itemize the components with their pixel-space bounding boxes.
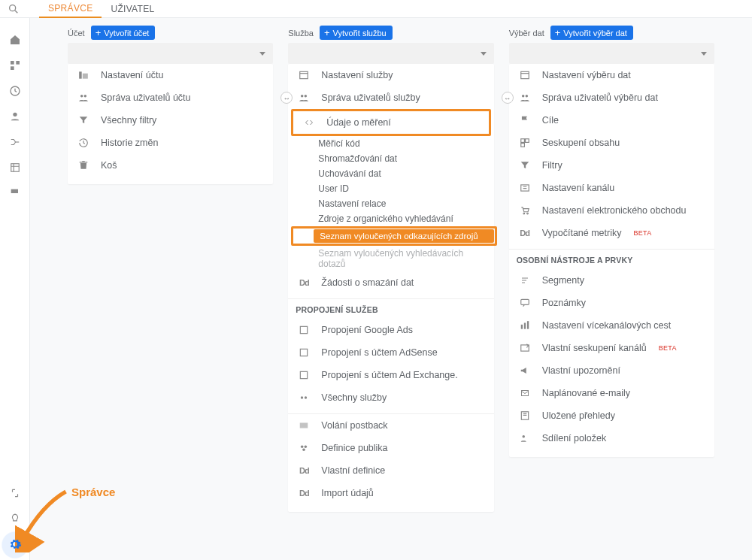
svg-point-40 [522,435,525,438]
svg-rect-7 [11,164,19,172]
realtime-icon[interactable] [8,84,22,98]
svg-point-10 [80,95,83,98]
deletion-requests-item[interactable]: DdŽádosti o smazání dat [288,271,493,294]
svg-line-1 [15,11,17,13]
custom-channel-icon [517,342,533,354]
search-icon[interactable] [8,3,20,15]
audience-icon[interactable] [8,110,22,123]
tab-user[interactable]: UŽIVATEL [102,0,163,17]
share-assets-item[interactable]: Sdílení položek [509,427,714,450]
svg-rect-36 [527,321,529,329]
svg-rect-27 [520,139,524,143]
all-products-item[interactable]: Všechny služby [288,386,493,409]
carry-dot[interactable]: ↔ [502,92,514,104]
view-users-item[interactable]: Správa uživatelů výběru dat [509,86,714,109]
audience-def-item[interactable]: Definice publika [288,437,493,459]
ecommerce-settings-item[interactable]: Nastavení elektronického obchodu [509,199,714,222]
email-icon [517,387,533,399]
share-icon [517,432,533,444]
account-settings-item[interactable]: Nastavení účtu [68,64,273,86]
svg-rect-18 [301,396,303,398]
tracking-code[interactable]: Měřicí kód [312,136,493,151]
account-selector[interactable] [68,43,273,64]
account-filters-item[interactable]: Všechny filtry [68,109,273,132]
content-grouping-item[interactable]: Seskupení obsahu [509,132,714,154]
scheduled-emails-item[interactable]: Naplánované e-maily [509,382,714,404]
discover-icon[interactable] [8,512,22,525]
channel-settings-item[interactable]: Nastavení kanálu [509,177,714,199]
user-id[interactable]: User ID [312,181,493,196]
svg-point-6 [13,113,17,117]
plus-icon: + [96,28,102,38]
calc-metrics-item[interactable]: DdVypočítané metrikyBETA [509,222,714,244]
svg-rect-33 [520,299,529,304]
annotations-item[interactable]: Poznámky [509,292,714,314]
svg-point-14 [305,95,308,98]
referral-exclusion-highlight: Seznam vyloučených odkazujících zdrojů [291,226,496,246]
attribution-icon[interactable] [8,486,22,500]
create-account-button[interactable]: +Vytvořit účet [91,26,156,40]
create-property-button[interactable]: +Vytvořit službu [320,26,393,40]
account-users-item[interactable]: Správa uživatelů účtu [68,86,273,109]
create-view-button[interactable]: +Vytvořit výběr dat [550,26,633,40]
view-settings-item[interactable]: Nastavení výběru dat [509,64,714,86]
multichannel-item[interactable]: Nastavení vícekanálových cest [509,314,714,337]
organic-sources[interactable]: Zdroje z organického vyhledávání [312,211,493,226]
beta-badge: BETA [634,229,652,237]
home-icon[interactable] [8,33,22,47]
link-icon [296,392,312,404]
svg-rect-29 [520,144,524,147]
goals-item[interactable]: Cíle [509,109,714,132]
search-term-exclusion[interactable]: Seznam vyloučených vyhledávacích dotazů [312,246,493,271]
data-import-item[interactable]: DdImport údajů [288,482,493,504]
account-trash-item[interactable]: Koš [68,154,273,177]
data-collection[interactable]: Shromažďování dat [312,151,493,166]
svg-point-31 [523,213,525,214]
svg-rect-34 [520,325,522,329]
settings-icon [517,69,533,81]
behavior-icon[interactable] [8,161,22,174]
svg-rect-9 [83,74,88,79]
channel-icon [517,182,533,194]
segments-item[interactable]: Segmenty [509,269,714,292]
google-ads-link-item[interactable]: Propojení Google Ads [288,319,493,341]
svg-rect-3 [16,61,20,65]
conversions-icon[interactable] [8,186,22,200]
tab-admin[interactable]: SPRÁVCE [39,0,102,18]
view-filters-item[interactable]: Filtry [509,154,714,177]
product-linking-header: PROPOJENÍ SLUŽEB [288,298,493,319]
adexchange-icon [296,369,312,381]
postback-item[interactable]: Volání postback [288,414,493,437]
adexchange-link-item[interactable]: Propojení s účtem Ad Exchange. [288,364,493,386]
referral-exclusion-list[interactable]: Seznam vyloučených odkazujících zdrojů [314,229,493,243]
personal-tools-header: OSOBNÍ NÁSTROJE A PRVKY [509,249,714,269]
custom-alerts-item[interactable]: Vlastní upozornění [509,359,714,382]
saved-reports-item[interactable]: Uložené přehledy [509,404,714,427]
account-label: Účet [68,29,85,38]
account-history-item[interactable]: Historie změn [68,132,273,154]
admin-main: Účet +Vytvořit účet Nastavení účtu Správ… [30,18,752,560]
cart-icon [517,204,533,216]
gear-icon[interactable] [8,537,22,551]
customization-icon[interactable] [8,59,22,72]
left-rail [0,18,30,560]
data-retention[interactable]: Uchovávání dat [312,166,493,181]
property-settings-item[interactable]: Nastavení služby [288,64,493,86]
svg-rect-28 [525,139,529,143]
flag-icon [517,114,533,126]
custom-def-item[interactable]: DdVlastní definice [288,459,493,482]
acquisition-icon[interactable] [8,135,22,149]
svg-point-23 [303,449,306,452]
users-icon [296,92,312,104]
tracking-info-item[interactable]: Údaje o měření [291,109,490,136]
session-settings[interactable]: Nastavení relace [312,196,493,211]
svg-point-32 [526,213,528,214]
svg-rect-20 [300,423,308,428]
custom-channel-item[interactable]: Vlastní seskupení kanálůBETA [509,337,714,359]
adsense-link-item[interactable]: Propojení s účtem AdSense [288,341,493,364]
property-selector[interactable] [288,43,493,64]
view-selector[interactable] [509,43,714,64]
property-column: ↔ Služba +Vytvořit službu Nastavení služ… [288,26,493,512]
property-users-item[interactable]: Správa uživatelů služby [288,86,493,109]
postback-icon [296,419,312,431]
